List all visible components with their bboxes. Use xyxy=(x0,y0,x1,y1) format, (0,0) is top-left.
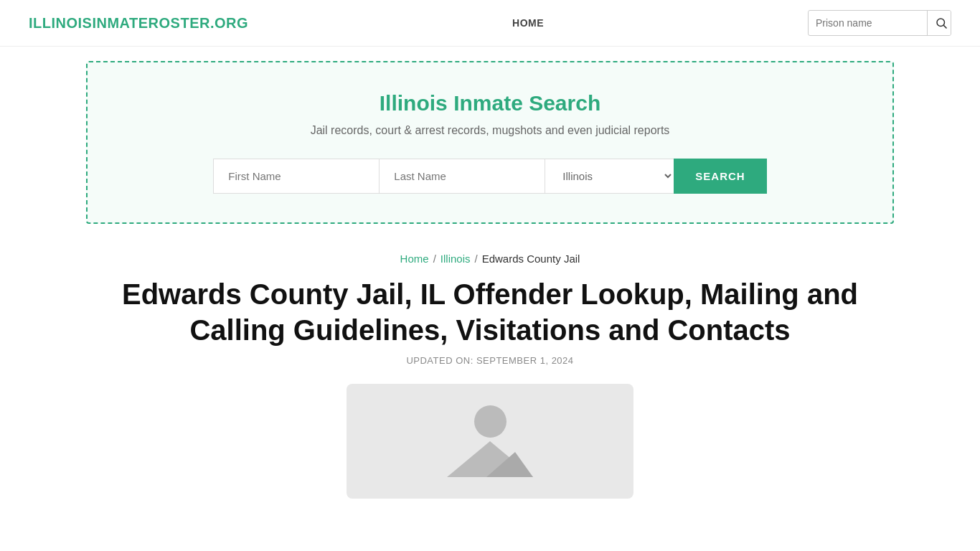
first-name-input[interactable] xyxy=(213,159,379,194)
site-logo[interactable]: ILLINOISINMATEROSTER.ORG xyxy=(29,15,248,32)
breadcrumb: Home / Illinois / Edwards County Jail xyxy=(400,253,580,265)
hero-section: Illinois Inmate Search Jail records, cou… xyxy=(86,61,894,224)
placeholder-icon xyxy=(447,405,533,477)
image-placeholder-section xyxy=(0,384,980,499)
svg-line-1 xyxy=(943,25,946,28)
page-title: Edwards County Jail, IL Offender Lookup,… xyxy=(86,276,894,348)
hero-subtitle: Jail records, court & arrest records, mu… xyxy=(102,124,878,137)
search-icon xyxy=(935,17,948,29)
facility-image-placeholder xyxy=(347,384,633,499)
nav-home[interactable]: HOME xyxy=(512,17,544,29)
search-button[interactable]: SEARCH xyxy=(674,159,766,194)
breadcrumb-sep-1: / xyxy=(433,253,436,265)
site-header: ILLINOISINMATEROSTER.ORG HOME xyxy=(0,0,980,47)
last-name-input[interactable] xyxy=(379,159,545,194)
header-search-button[interactable] xyxy=(927,11,951,35)
placeholder-mountain xyxy=(447,438,533,477)
main-nav: HOME xyxy=(512,17,544,29)
hero-title: Illinois Inmate Search xyxy=(102,91,878,116)
svg-point-0 xyxy=(937,19,945,27)
breadcrumb-current: Edwards County Jail xyxy=(482,253,580,265)
page-title-section: Edwards County Jail, IL Offender Lookup,… xyxy=(86,276,894,366)
updated-date: UPDATED ON: SEPTEMBER 1, 2024 xyxy=(86,355,894,366)
breadcrumb-sep-2: / xyxy=(474,253,477,265)
header-search-box xyxy=(808,10,951,36)
inmate-search-form: Illinois SEARCH xyxy=(221,159,759,194)
breadcrumb-section: Home / Illinois / Edwards County Jail xyxy=(0,253,980,265)
placeholder-circle xyxy=(474,405,507,438)
state-select[interactable]: Illinois xyxy=(545,159,674,194)
prison-name-input[interactable] xyxy=(809,11,927,34)
breadcrumb-illinois[interactable]: Illinois xyxy=(440,253,471,265)
breadcrumb-home[interactable]: Home xyxy=(400,253,429,265)
